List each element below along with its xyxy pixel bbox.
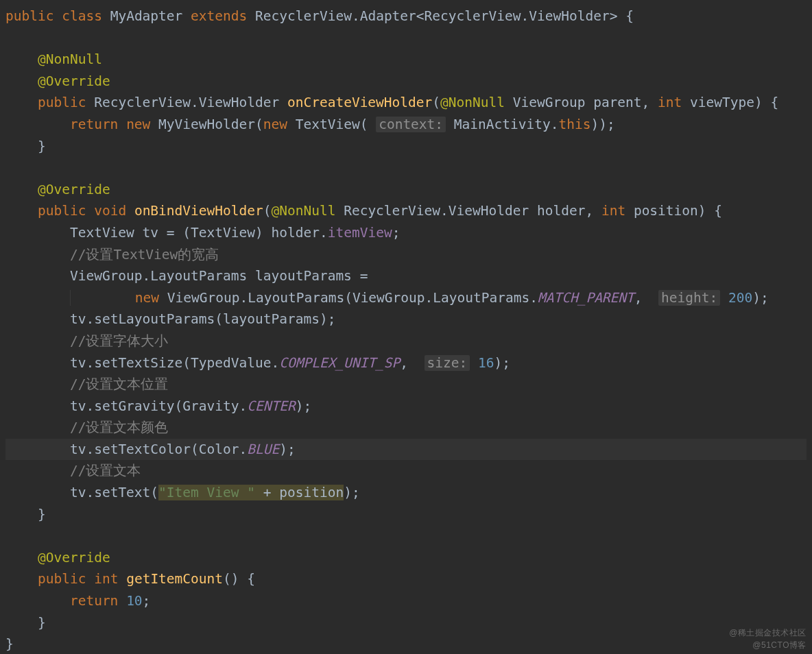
code-line: return new MyViewHolder(new TextView( co…	[5, 117, 615, 132]
const-center: CENTER	[247, 398, 295, 414]
comment-wh: //设置TextView的宽高	[70, 247, 219, 263]
code-line: }	[5, 636, 14, 652]
field-itemView: itemView	[328, 225, 392, 241]
const-complex-unit-sp: COMPLEX_UNIT_SP	[279, 355, 400, 371]
code-line: }	[5, 138, 46, 154]
keyword-public: public	[5, 8, 53, 24]
param-hint-size: size:	[425, 355, 470, 371]
code-line: public RecyclerView.ViewHolder onCreateV…	[5, 95, 778, 110]
method-onCreateViewHolder: onCreateViewHolder	[287, 95, 432, 110]
code-line: return 10;	[5, 593, 150, 609]
code-line: tv.setText("Item View " + position);	[5, 485, 360, 500]
const-match-parent: MATCH_PARENT	[538, 290, 634, 306]
code-line: @Override	[5, 73, 110, 89]
call-setText: setText	[94, 485, 150, 500]
class-MyAdapter: MyAdapter	[110, 8, 183, 24]
const-blue: BLUE	[247, 441, 279, 457]
comment-tp: //设置文本位置	[70, 376, 168, 392]
class-RecyclerView: RecyclerView	[255, 8, 352, 24]
code-line: //设置文本位置	[5, 376, 168, 392]
code-line: //设置TextView的宽高	[5, 247, 219, 263]
code-line: ViewGroup.LayoutParams layoutParams =	[5, 268, 368, 284]
param-hint-context: context:	[376, 117, 446, 132]
code-line: //设置文本颜色	[5, 420, 168, 435]
code-line: @Override	[5, 182, 110, 197]
annotation-nonnull: @NonNull	[38, 51, 102, 67]
code-line: @NonNull	[5, 51, 102, 67]
code-line: //设置文本	[5, 463, 141, 479]
param-holder: holder	[537, 203, 585, 219]
param-hint-height: height:	[658, 290, 720, 306]
comment-tx: //设置文本	[70, 463, 141, 479]
call-setLayoutParams: setLayoutParams	[94, 311, 215, 327]
call-setTextSize: setTextSize	[94, 355, 182, 371]
code-line: new ViewGroup.LayoutParams(ViewGroup.Lay…	[5, 290, 769, 306]
code-line: }	[5, 615, 46, 631]
code-line: }	[5, 507, 46, 522]
keyword-new: new	[126, 117, 150, 132]
keyword-return: return	[70, 117, 118, 132]
param-parent: parent	[593, 95, 641, 110]
annotation-override: @Override	[38, 73, 110, 89]
number-16: 16	[478, 355, 494, 371]
code-line-highlighted: tv.setTextColor(Color.BLUE);	[5, 439, 807, 461]
method-getItemCount: getItemCount	[126, 571, 223, 587]
code-line: public class MyAdapter extends RecyclerV…	[5, 8, 634, 24]
param-viewType: viewType	[690, 95, 754, 110]
string-itemview: "Item View "	[158, 485, 255, 500]
method-onBindViewHolder: onBindViewHolder	[134, 203, 263, 219]
var-tv: tv	[143, 225, 158, 241]
param-position: position	[634, 203, 698, 219]
var-layoutParams: layoutParams	[255, 268, 352, 284]
code-editor[interactable]: public class MyAdapter extends RecyclerV…	[0, 0, 812, 654]
watermark-line1: @稀土掘金技术社区	[729, 627, 807, 639]
code-line: TextView tv = (TextView) holder.itemView…	[5, 225, 400, 241]
call-setTextColor: setTextColor	[94, 441, 191, 457]
number-200: 200	[728, 290, 752, 306]
keyword-class: class	[62, 8, 102, 24]
keyword-extends: extends	[191, 8, 247, 24]
class-Adapter: Adapter	[360, 8, 416, 24]
code-line: @Override	[5, 550, 110, 566]
call-setGravity: setGravity	[94, 398, 174, 414]
comment-tc: //设置文本颜色	[70, 420, 168, 435]
keyword-this: this	[558, 117, 590, 132]
code-line: public int getItemCount() {	[5, 571, 255, 587]
code-line: //设置字体大小	[5, 333, 168, 349]
code-line: public void onBindViewHolder(@NonNull Re…	[5, 203, 722, 219]
number-10: 10	[126, 593, 142, 609]
keyword-void: void	[94, 203, 126, 219]
code-line: tv.setTextSize(TypedValue.COMPLEX_UNIT_S…	[5, 355, 510, 371]
code-line: tv.setGravity(Gravity.CENTER);	[5, 398, 311, 414]
watermark-line2: @51CTO博客	[752, 640, 807, 651]
comment-fs: //设置字体大小	[70, 333, 168, 349]
code-line: tv.setLayoutParams(layoutParams);	[5, 311, 335, 327]
